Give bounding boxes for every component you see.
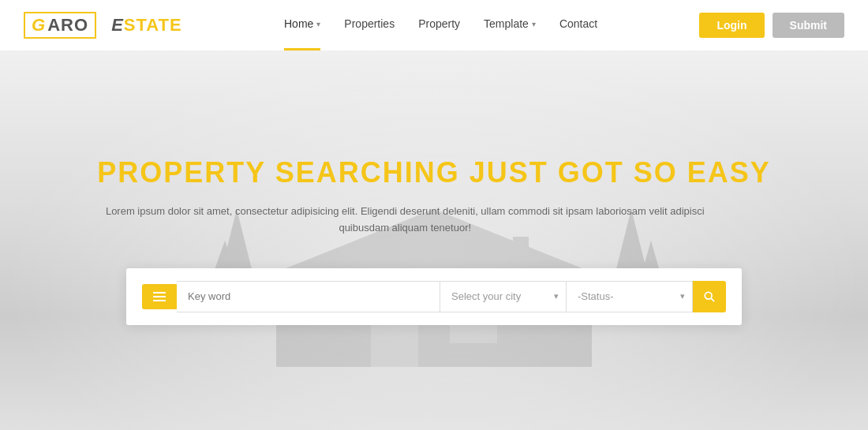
nav-contact[interactable]: Contact <box>559 17 597 33</box>
header-buttons: Login Submit <box>699 13 844 38</box>
header: Garo Estate Home ▾ Properties Property T… <box>0 0 868 51</box>
logo-e: E <box>111 15 124 36</box>
logo-state: state <box>124 15 182 36</box>
nav-properties[interactable]: Properties <box>344 17 395 33</box>
svg-rect-3 <box>513 237 529 272</box>
svg-point-12 <box>705 292 712 299</box>
nav-property[interactable]: Property <box>418 17 460 33</box>
menu-button[interactable] <box>142 284 177 309</box>
search-icon <box>704 290 715 303</box>
search-button[interactable] <box>693 281 726 312</box>
hero-section: PROPERTY SEARCHING JUST GOT SO EASY Lore… <box>0 51 868 430</box>
login-button[interactable]: Login <box>699 13 764 38</box>
logo-space <box>101 15 107 36</box>
logo-g: G <box>32 15 46 36</box>
hero-subtitle: Lorem ipsum dolor sit amet, consectetur … <box>97 204 713 237</box>
template-arrow-icon: ▾ <box>532 20 536 28</box>
hero-content: PROPERTY SEARCHING JUST GOT SO EASY Lore… <box>97 156 770 237</box>
svg-line-13 <box>711 298 714 301</box>
main-nav: Home ▾ Properties Property Template ▾ Co… <box>284 17 597 33</box>
search-keyword-input[interactable] <box>177 281 440 312</box>
status-select[interactable]: -Status- For Sale For Rent Sold <box>567 281 693 312</box>
search-bar: Select your city New York Los Angeles Ch… <box>126 268 742 325</box>
hero-title: PROPERTY SEARCHING JUST GOT SO EASY <box>97 156 770 189</box>
city-select-wrapper: Select your city New York Los Angeles Ch… <box>440 281 567 312</box>
status-select-wrapper: -Status- For Sale For Rent Sold <box>567 281 693 312</box>
home-arrow-icon: ▾ <box>316 20 320 28</box>
city-select[interactable]: Select your city New York Los Angeles Ch… <box>440 281 567 312</box>
menu-lines-icon <box>153 292 166 301</box>
nav-template[interactable]: Template ▾ <box>484 17 536 33</box>
submit-button[interactable]: Submit <box>773 13 844 38</box>
logo[interactable]: Garo Estate <box>24 12 182 39</box>
nav-home[interactable]: Home ▾ <box>284 17 320 33</box>
logo-aro: aro <box>47 15 88 36</box>
